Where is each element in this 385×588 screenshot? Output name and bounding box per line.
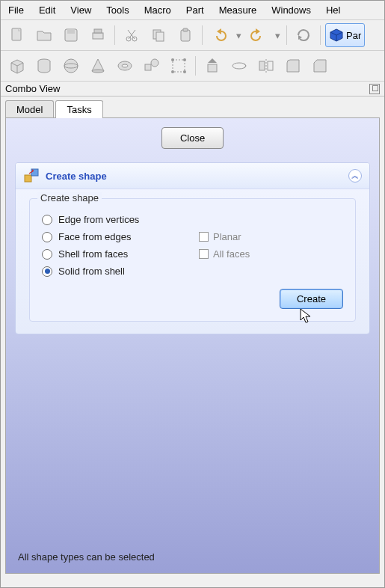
combo-view-title: Combo View [5,83,60,94]
checkbox-planar[interactable]: Planar [199,231,241,242]
radio-icon [42,232,52,242]
toolbar-main: ▾ ▾ Par [1,20,384,51]
combo-view-titlebar: Combo View [1,82,384,97]
menu-help[interactable]: Hel [318,2,348,18]
save-icon[interactable] [59,23,83,47]
sphere-icon[interactable] [59,54,83,78]
option-label: Face from edges [58,231,132,242]
status-text: All shape types can be selected [18,551,155,563]
menu-windows[interactable]: Windows [264,2,318,18]
cone-icon[interactable] [86,54,110,78]
checkbox-label: All faces [213,248,250,260]
create-button[interactable]: Create [280,289,343,309]
menu-measure[interactable]: Measure [212,2,265,18]
svg-rect-39 [25,175,31,182]
option-label: Solid from shell [58,266,125,277]
option-shell-from-faces[interactable]: Shell from faces [42,248,199,260]
svg-point-29 [171,58,174,61]
workbench-part-button[interactable]: Par [325,23,365,47]
tabstrip: Model Tasks [1,97,384,117]
undo-icon[interactable] [207,23,231,47]
svg-rect-33 [208,64,217,72]
svg-rect-4 [93,33,103,39]
svg-rect-37 [268,61,273,70]
task-panel: Close Create shape ︽ Create shape Edge f… [5,117,380,574]
create-shape-icon [23,168,40,184]
cursor-icon [300,308,313,325]
cut-icon[interactable] [120,23,144,47]
checkbox-icon [199,232,209,242]
radio-icon [42,215,52,225]
checkbox-all-faces[interactable]: All faces [199,248,250,260]
cube-icon [329,28,344,43]
fieldset-legend: Create shape [37,192,102,203]
option-edge-from-vertices[interactable]: Edge from vertices [42,214,199,225]
shapebuilder-icon[interactable] [167,54,191,78]
svg-rect-36 [259,61,265,70]
menu-part[interactable]: Part [179,2,212,18]
svg-rect-28 [173,60,185,72]
svg-rect-9 [156,32,164,41]
svg-marker-34 [208,58,217,63]
task-group-header[interactable]: Create shape ︽ [16,163,369,189]
copy-icon[interactable] [147,23,170,47]
undo-dropdown-icon[interactable]: ▾ [234,23,243,47]
revolve-icon[interactable] [227,54,251,78]
tab-tasks[interactable]: Tasks [55,100,102,118]
redo-dropdown-icon[interactable]: ▾ [273,23,282,47]
svg-marker-42 [301,309,310,322]
radio-icon [42,249,52,260]
toolbar-part [1,51,384,82]
workbench-label: Par [346,30,361,41]
svg-marker-13 [256,28,260,34]
mirror-icon[interactable] [254,54,278,78]
checkbox-label: Planar [213,231,241,242]
option-solid-from-shell[interactable]: Solid from shell [42,266,199,277]
print-icon[interactable] [86,23,110,47]
menu-file[interactable]: File [1,2,31,18]
checkbox-icon [199,249,209,259]
svg-point-25 [122,64,128,67]
chamfer-icon[interactable] [308,54,332,78]
close-button[interactable]: Close [161,127,224,149]
svg-marker-12 [217,28,221,34]
menu-edit[interactable]: Edit [31,2,63,18]
svg-point-32 [183,70,186,73]
dock-icon[interactable] [369,84,380,94]
menu-macro[interactable]: Macro [137,2,179,18]
svg-point-20 [64,59,78,73]
option-label: Shell from faces [58,248,128,260]
torus-icon[interactable] [113,54,137,78]
svg-point-31 [171,70,174,73]
new-file-icon[interactable] [5,23,29,47]
redo-icon[interactable] [246,23,270,47]
create-shape-fieldset: Create shape Edge from vertices Face fro… [29,198,356,322]
primitives-icon[interactable] [140,54,164,78]
menu-tools[interactable]: Tools [99,2,136,18]
svg-point-23 [92,70,104,73]
svg-rect-11 [183,28,188,31]
svg-rect-5 [94,29,102,33]
option-face-from-edges[interactable]: Face from edges [42,231,199,242]
task-group-title: Create shape [46,171,342,182]
open-file-icon[interactable] [32,23,56,47]
tab-model[interactable]: Model [5,100,54,118]
svg-point-30 [183,58,186,61]
cylinder-icon[interactable] [32,54,56,78]
svg-rect-26 [145,64,151,70]
radio-icon [42,266,52,277]
box-icon[interactable] [5,54,29,78]
menubar: File Edit View Tools Macro Part Measure … [1,1,384,20]
paste-icon[interactable] [173,23,197,47]
fillet-icon[interactable] [281,54,305,78]
collapse-icon[interactable]: ︽ [348,169,362,183]
svg-rect-3 [67,29,75,34]
option-label: Edge from vertices [58,214,139,225]
refresh-icon[interactable] [292,23,315,47]
svg-point-27 [151,59,158,67]
task-group-create-shape: Create shape ︽ Create shape Edge from ve… [15,162,370,334]
menu-view[interactable]: View [63,2,99,18]
extrude-icon[interactable] [200,54,224,78]
